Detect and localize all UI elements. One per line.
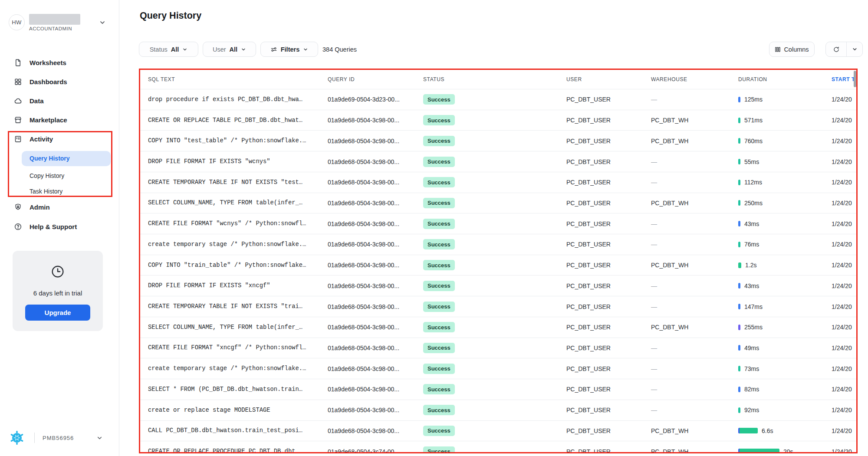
sidebar-item-dashboards[interactable]: Dashboards [0, 72, 119, 92]
status-cell: Success [423, 260, 566, 270]
account-code[interactable]: PMB56956 [43, 435, 74, 441]
user-cell: PC_DBT_USER [566, 407, 651, 413]
warehouse-cell: PC_DBT_WH [651, 448, 738, 453]
start-time-cell: 1/24/20 [832, 386, 858, 393]
duration-cell: 112ms [738, 179, 832, 186]
start-time-cell: 1/24/20 [832, 407, 858, 413]
sidebar-item-copy-history[interactable]: Copy History [30, 170, 64, 182]
sidebar-item-help-support[interactable]: Help & Support [0, 217, 119, 236]
user-filter[interactable]: User All [203, 42, 256, 57]
table-row[interactable]: create temporary stage /* Python:snowfla… [140, 358, 856, 379]
query-id-cell: 01a9de68-0504-3c98-00... [328, 365, 423, 372]
warehouse-cell: PC_DBT_WH [651, 200, 738, 207]
warehouse-cell: PC_DBT_WH [651, 138, 738, 144]
footer-chevron-down-icon[interactable] [96, 435, 103, 441]
table-row[interactable]: CREATE FILE FORMAT "wcnys" /* Python:sno… [140, 213, 856, 234]
status-filter[interactable]: Status All [139, 42, 198, 57]
sidebar-item-activity[interactable]: Activity [0, 130, 119, 149]
duration-cell: 92ms [738, 407, 832, 413]
column-header-warehouse[interactable]: WAREHOUSE [651, 76, 738, 82]
warehouse-cell: — [651, 96, 738, 103]
start-time-cell: 1/24/20 [832, 282, 858, 289]
user-cell: PC_DBT_USER [566, 282, 651, 289]
warehouse-cell: — [651, 179, 738, 186]
columns-icon [775, 46, 781, 52]
table-row[interactable]: CREATE FILE FORMAT "xncgf" /* Python:sno… [140, 338, 856, 359]
refresh-button[interactable] [826, 42, 847, 56]
upgrade-button[interactable]: Upgrade [25, 305, 90, 321]
table-row[interactable]: create temporary stage /* Python:snowfla… [140, 234, 856, 255]
duration-bar [738, 159, 740, 164]
vertical-scrollbar-thumb[interactable] [854, 71, 856, 87]
duration-value: 147ms [744, 303, 763, 310]
columns-button[interactable]: Columns [769, 42, 815, 57]
sql-text-cell: CREATE FILE FORMAT "wcnys" /* Python:sno… [140, 220, 328, 227]
column-header-duration[interactable]: DURATION [738, 76, 832, 82]
table-row[interactable]: DROP FILE FORMAT IF EXISTS "wcnys" 01a9d… [140, 151, 856, 172]
start-time-cell: 1/24/20 [832, 158, 858, 165]
start-time-cell: 1/24/20 [832, 365, 858, 372]
table-row[interactable]: COPY INTO "test_table" /* Python:snowfla… [140, 131, 856, 151]
duration-cell: 255ms [738, 324, 832, 331]
start-time-cell: 1/24/20 [832, 427, 858, 434]
account-chevron-down-icon[interactable] [99, 19, 106, 26]
duration-cell: 43ms [738, 282, 832, 289]
sql-text-cell: CREATE OR REPLACE TABLE PC_DBT_DB.dbt_hw… [140, 117, 328, 124]
query-id-cell: 01a9de68-0504-3c98-00... [328, 282, 423, 289]
table-row[interactable]: SELECT COLUMN_NAME, TYPE FROM table(infe… [140, 317, 856, 338]
duration-cell: 1.2s [738, 262, 832, 269]
sidebar-item-label: Query History [30, 151, 70, 166]
status-badge: Success [423, 177, 455, 187]
table-row[interactable]: create or replace stage MODELSTAGE 01a9d… [140, 400, 856, 421]
table-row[interactable]: CREATE OR REPLACE PROCEDURE PC_DBT_DB.db… [140, 441, 856, 453]
duration-bar [738, 221, 740, 226]
column-header-query-id[interactable]: QUERY ID [328, 76, 423, 82]
column-header-sql-text[interactable]: SQL TEXT [140, 76, 328, 82]
sidebar-item-task-history[interactable]: Task History [30, 185, 62, 197]
filters-button[interactable]: Filters [260, 42, 318, 57]
query-id-cell: 01a9de68-0504-3c98-00... [328, 241, 423, 248]
table-row[interactable]: SELECT COLUMN_NAME, TYPE FROM table(infe… [140, 193, 856, 214]
chevron-down-icon [303, 47, 308, 52]
status-cell: Success [423, 136, 566, 146]
duration-value: 760ms [744, 138, 763, 144]
table-row[interactable]: CREATE TEMPORARY TABLE IF NOT EXISTS "tr… [140, 296, 856, 317]
user-cell: PC_DBT_USER [566, 324, 651, 331]
column-header-user[interactable]: USER [566, 76, 651, 82]
duration-bar [738, 304, 740, 309]
warehouse-cell: — [651, 344, 738, 351]
snowflake-logo[interactable] [9, 430, 25, 446]
refresh-options-chevron[interactable] [847, 42, 862, 56]
table-row[interactable]: COPY INTO "train_table" /* Python:snowfl… [140, 255, 856, 276]
duration-cell: 82ms [738, 386, 832, 393]
query-id-cell: 01a9de68-0504-3c98-00... [328, 303, 423, 310]
table-row[interactable]: CREATE OR REPLACE TABLE PC_DBT_DB.dbt_hw… [140, 110, 856, 131]
status-cell: Success [423, 281, 566, 291]
sql-text-cell: SELECT COLUMN_NAME, TYPE FROM table(infe… [140, 324, 328, 331]
status-badge: Success [423, 219, 455, 229]
sidebar-item-marketplace[interactable]: Marketplace [0, 111, 119, 130]
status-badge: Success [423, 302, 455, 312]
duration-value: 49ms [744, 344, 759, 351]
sidebar-item-query-history[interactable]: Query History [22, 151, 111, 166]
user-cell: PC_DBT_USER [566, 158, 651, 165]
status-badge: Success [423, 446, 455, 453]
avatar[interactable]: HW [9, 14, 25, 30]
sidebar-item-admin[interactable]: Admin [0, 198, 119, 217]
table-row[interactable]: DROP FILE FORMAT IF EXISTS "xncgf" 01a9d… [140, 276, 856, 296]
table-row[interactable]: CALL PC_DBT_DB.dbt_hwatson.train_test_po… [140, 421, 856, 442]
duration-value: 43ms [744, 220, 759, 227]
query-history-table: SQL TEXT QUERY ID STATUS USER WAREHOUSE … [139, 69, 858, 453]
query-id-cell: 01a9de68-0504-3c98-00... [328, 179, 423, 186]
sidebar-item-data[interactable]: Data [0, 92, 119, 111]
duration-bar [738, 345, 740, 351]
table-row[interactable]: drop procedure if exists PC_DBT_DB.dbt_h… [140, 89, 856, 110]
sql-text-cell: COPY INTO "train_table" /* Python:snowfl… [140, 262, 328, 269]
sidebar-item-worksheets[interactable]: Worksheets [0, 53, 119, 72]
column-header-status[interactable]: STATUS [423, 76, 566, 82]
start-time-cell: 1/24/20 [832, 303, 858, 310]
table-row[interactable]: CREATE TEMPORARY TABLE IF NOT EXISTS "te… [140, 172, 856, 193]
duration-value: 571ms [744, 117, 763, 124]
table-row[interactable]: SELECT * FROM (PC_DBT_DB.dbt_hwatson.tra… [140, 379, 856, 400]
user-cell: PC_DBT_USER [566, 303, 651, 310]
